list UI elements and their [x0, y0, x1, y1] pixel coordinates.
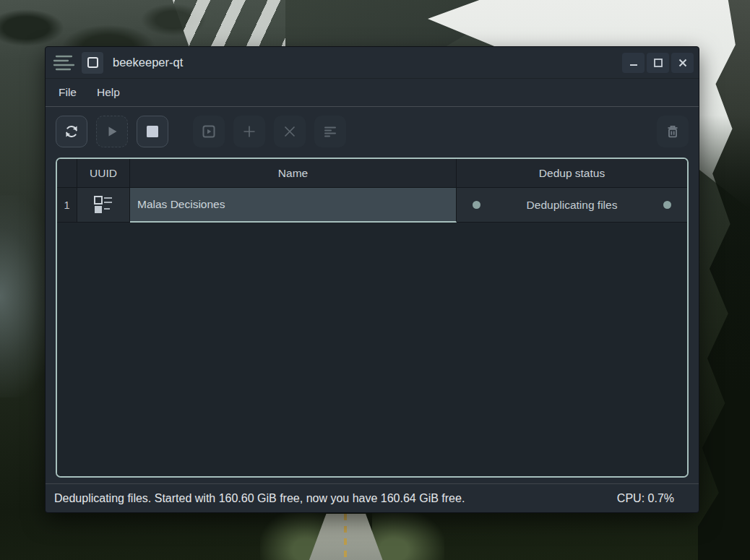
app-menu-icon[interactable]	[50, 52, 77, 74]
table-header-row: UUID Name Dedup status	[57, 159, 687, 188]
refresh-button[interactable]	[56, 116, 87, 147]
remove-icon	[281, 123, 298, 140]
header-row-gutter	[57, 159, 77, 187]
toolbar	[46, 107, 699, 156]
status-dot	[663, 201, 671, 209]
autostart-button[interactable]	[193, 116, 225, 147]
add-icon	[241, 123, 258, 140]
dedup-status-cell[interactable]: Deduplicating files	[457, 188, 687, 223]
filesystem-table: UUID Name Dedup status 1 Malas Decisione…	[56, 158, 689, 478]
dedup-status-text: Deduplicating files	[480, 199, 663, 212]
remove-button[interactable]	[274, 116, 306, 147]
table-empty-area[interactable]	[57, 223, 687, 476]
close-button[interactable]	[671, 53, 694, 73]
app-icon-glyph	[87, 57, 98, 68]
menu-help[interactable]: Help	[87, 82, 130, 103]
name-cell[interactable]: Malas Decisiones	[130, 188, 457, 223]
wallpaper-road-centerline	[344, 514, 347, 560]
statusbar: Deduplicating files. Started with 160.60…	[46, 483, 699, 512]
beekeeper-qt-window: beekeeper-qt File Help	[45, 46, 699, 513]
play-button[interactable]	[96, 116, 128, 147]
status-message: Deduplicating files. Started with 160.60…	[54, 492, 465, 505]
row-number[interactable]: 1	[57, 188, 77, 223]
filesystem-details-icon	[92, 195, 114, 215]
refresh-icon	[63, 123, 80, 140]
wallpaper-grass	[372, 509, 444, 560]
uuid-cell[interactable]	[77, 188, 130, 223]
menu-file[interactable]: File	[48, 82, 87, 103]
menubar: File Help	[46, 79, 699, 107]
cpu-usage: CPU: 0.7%	[617, 492, 674, 505]
trash-icon	[664, 123, 681, 140]
window-title: beekeeper-qt	[113, 56, 183, 69]
autostart-icon	[200, 123, 217, 140]
column-header-dedup-status[interactable]: Dedup status	[457, 159, 687, 187]
titlebar[interactable]: beekeeper-qt	[46, 47, 699, 79]
play-icon	[103, 123, 121, 140]
log-button[interactable]	[314, 116, 346, 147]
add-button[interactable]	[233, 116, 265, 147]
table-row[interactable]: 1 Malas Decisiones Deduplicating files	[57, 188, 687, 223]
stop-icon	[144, 123, 161, 140]
maximize-button[interactable]	[647, 53, 669, 73]
column-header-uuid[interactable]: UUID	[77, 159, 130, 187]
desktop: beekeeper-qt File Help	[0, 0, 750, 560]
log-icon	[322, 123, 339, 140]
app-icon[interactable]	[82, 52, 103, 74]
minimize-button[interactable]	[622, 53, 645, 73]
trash-button[interactable]	[657, 116, 689, 147]
stop-button[interactable]	[137, 116, 168, 147]
column-header-name[interactable]: Name	[130, 159, 457, 187]
status-dot	[473, 201, 480, 209]
